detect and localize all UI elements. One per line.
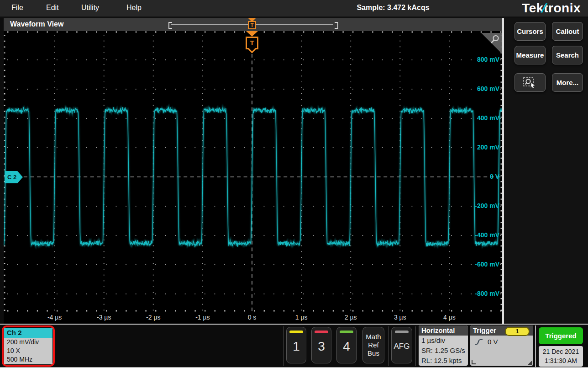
afg-label: AFG <box>392 342 412 351</box>
cursors-button[interactable]: Cursors <box>514 22 546 41</box>
y-tick-label: -200 mV <box>458 202 499 209</box>
separator <box>283 326 284 366</box>
time-label: 1:31:30 AM <box>539 356 583 365</box>
results-bar: Cursors Callout Measure Search More... <box>504 18 588 324</box>
x-tick-label: -4 µs <box>39 314 71 321</box>
separator <box>388 326 389 366</box>
channel-4-label: 4 <box>337 339 356 354</box>
channel-2-bandwidth: 500 MHz <box>4 355 52 364</box>
math-ref-bus-button[interactable]: Math Ref Bus <box>362 327 384 363</box>
more-button[interactable]: More... <box>552 73 583 92</box>
logo-text-left: Tek <box>522 1 544 15</box>
measure-button[interactable]: Measure <box>514 46 546 64</box>
x-tick-label: 3 µs <box>384 314 416 321</box>
x-tick-label: 4 µs <box>433 314 465 321</box>
trigger-source-badge: 1 <box>505 327 530 336</box>
horizontal-badge[interactable]: Horizontal 1 µs/div SR: 1.25 GS/s RL: 12… <box>419 325 468 366</box>
menu-file[interactable]: File <box>11 4 23 12</box>
x-tick-label: -2 µs <box>137 314 169 321</box>
trigger-position-marker[interactable]: T <box>248 21 256 29</box>
channel-4-color-bar <box>340 331 353 333</box>
x-tick-label: -3 µs <box>88 314 120 321</box>
trigger-badge-resize-icon <box>528 360 532 365</box>
channel-3-color-bar <box>315 331 328 333</box>
y-tick-label: -400 mV <box>458 231 499 239</box>
trigger-badge[interactable]: Trigger 1 0 V <box>470 325 533 366</box>
horizontal-scale: 1 µs/div <box>419 336 468 346</box>
graticule[interactable]: T C 2 800 mV600 mV400 mV200 mV0 V-200 mV… <box>4 31 502 312</box>
y-tick-label: 200 mV <box>458 144 499 151</box>
waveform-view-title: Waveform View <box>10 20 63 28</box>
waveform-svg <box>4 31 502 312</box>
channel-2-badge-title: Ch 2 <box>4 328 52 338</box>
results-bar-separator <box>509 99 583 99</box>
channel-1-color-bar <box>289 331 303 333</box>
datetime-badge: 21 Dec 2021 1:31:30 AM <box>539 346 583 367</box>
channel-2-attenuation: 10 X <box>4 347 52 355</box>
channel-2-badge[interactable]: Ch 2 200 mV/div 10 X 500 MHz <box>4 328 52 364</box>
rising-edge-icon <box>474 338 484 346</box>
y-tick-label: -600 mV <box>458 261 499 268</box>
x-tick-label: 0 s <box>236 314 268 321</box>
x-tick-label: 1 µs <box>285 314 317 321</box>
oscilloscope-screen: File Edit Utility Help Sample: 3.472 kAc… <box>0 0 588 368</box>
trigger-level: 0 V <box>488 338 498 346</box>
horizontal-record-length: RL: 12.5 kpts <box>419 356 468 366</box>
overview-left-bracket-icon <box>168 22 172 29</box>
separator <box>535 325 536 368</box>
callout-button[interactable]: Callout <box>552 22 583 41</box>
y-tick-label: 400 mV <box>458 114 499 122</box>
logo-text-right: tronix <box>544 1 581 15</box>
search-button[interactable]: Search <box>552 46 583 64</box>
afg-color-bar <box>395 331 409 333</box>
y-tick-label: 600 mV <box>458 85 499 92</box>
math-ref-bus-label: Math Ref Bus <box>363 333 384 357</box>
separator <box>360 326 360 366</box>
y-tick-label: 800 mV <box>458 56 499 63</box>
channel-3-button[interactable]: 3 <box>311 327 331 363</box>
horizontal-sample-rate: SR: 1.25 GS/s <box>419 346 468 356</box>
afg-button[interactable]: AFG <box>391 327 412 363</box>
zoom-select-icon <box>523 76 537 89</box>
channel-3-label: 3 <box>312 339 331 354</box>
x-axis-row: -4 µs-3 µs-2 µs-1 µs0 s1 µs2 µs3 µs4 µs <box>4 312 502 324</box>
channel-2-scale: 200 mV/div <box>4 338 52 347</box>
overview-right-bracket-icon <box>335 22 338 29</box>
waveform-view-header[interactable]: Waveform View T <box>4 18 502 31</box>
menu-help[interactable]: Help <box>126 4 142 12</box>
trigger-badge-grip-icon <box>472 360 476 364</box>
horizontal-badge-title: Horizontal <box>419 325 468 336</box>
trigger-indicator-arrow-icon <box>246 31 258 37</box>
x-tick-label: -1 µs <box>187 314 219 321</box>
channel-1-button[interactable]: 1 <box>286 327 306 363</box>
separator <box>415 326 416 366</box>
date-label: 21 Dec 2021 <box>539 347 583 356</box>
acquisition-readout: Sample: 3.472 kAcqs <box>345 4 441 12</box>
x-tick-label: 2 µs <box>335 314 367 321</box>
zoom-select-button[interactable] <box>514 73 546 92</box>
tektronix-logo: Tek/tronix <box>522 1 581 16</box>
settings-bar: Ch 2 200 mV/div 10 X 500 MHz 1 3 4 Math … <box>0 325 588 368</box>
trigger-indicator-flag[interactable]: T <box>246 37 258 49</box>
trigger-status-badge: Triggered <box>539 327 583 344</box>
y-tick-label: 0 V <box>458 173 499 180</box>
waveform-view-panel: Waveform View T T C 2 800 mV600 mV400 mV… <box>4 18 502 324</box>
y-tick-label: -800 mV <box>458 290 499 297</box>
channel-1-label: 1 <box>287 339 306 354</box>
channel-4-button[interactable]: 4 <box>336 327 357 363</box>
menu-utility[interactable]: Utility <box>81 4 99 12</box>
channel-2-badge-highlight: Ch 2 200 mV/div 10 X 500 MHz <box>2 325 55 367</box>
menu-bar: File Edit Utility Help Sample: 3.472 kAc… <box>0 0 588 17</box>
menu-edit[interactable]: Edit <box>46 4 59 12</box>
